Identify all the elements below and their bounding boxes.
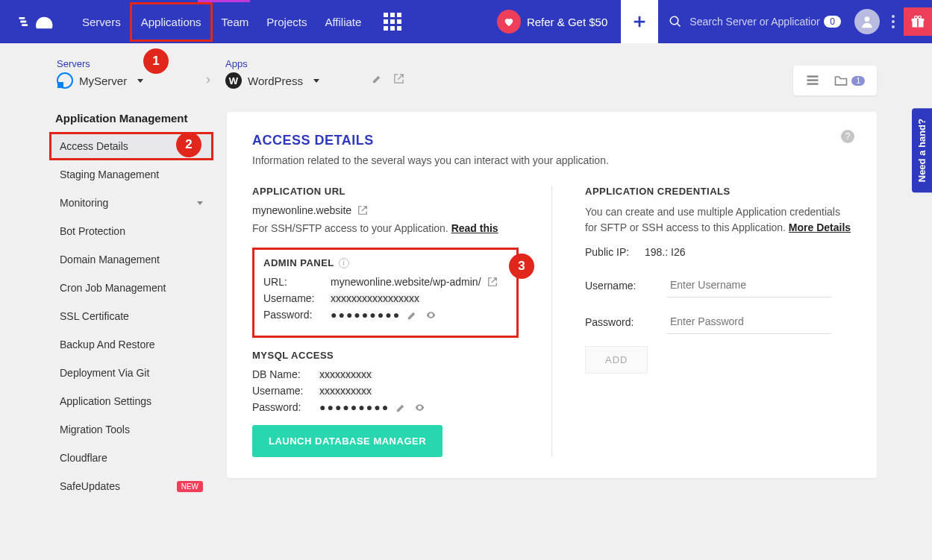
- refer-text: Refer & Get $50: [527, 16, 607, 28]
- add-button[interactable]: ADD: [585, 346, 648, 374]
- heart-icon: [497, 10, 521, 34]
- launch-db-button[interactable]: LAUNCH DATABASE MANAGER: [252, 425, 442, 457]
- callout-1: 1: [143, 48, 169, 74]
- folder-count: 1: [851, 76, 865, 86]
- sidebar-item-migration[interactable]: Migration Tools: [49, 415, 213, 444]
- public-ip: 198.: I26: [645, 246, 686, 258]
- external-link-icon[interactable]: [393, 73, 404, 84]
- svg-rect-7: [807, 79, 819, 81]
- sidebar-item-label: Monitoring: [60, 197, 108, 209]
- nav-servers[interactable]: Servers: [73, 2, 130, 42]
- mysql-title: MYSQL ACCESS: [252, 350, 519, 361]
- chevron-right-icon: ›: [206, 72, 210, 87]
- password-label: Password:: [252, 401, 319, 413]
- digitalocean-icon: [57, 72, 73, 89]
- mysql-username: xxxxxxxxxx: [319, 385, 372, 397]
- add-button[interactable]: [621, 0, 658, 43]
- top-nav: Servers Applications Team Projects Affil…: [0, 0, 932, 43]
- mysql-password: ●●●●●●●●●: [319, 401, 390, 413]
- nav-applications[interactable]: Applications: [130, 2, 213, 42]
- sidebar-item-backup[interactable]: Backup And Restore: [49, 330, 213, 359]
- folder-view[interactable]: 1: [834, 73, 865, 88]
- sidebar-item-domain[interactable]: Domain Management: [49, 245, 213, 274]
- left-column: APPLICATION URL mynewonline.website For …: [252, 186, 519, 457]
- edit-icon[interactable]: [395, 402, 407, 413]
- app-selector[interactable]: W WordPress: [225, 72, 360, 89]
- sidebar-item-label: Access Details: [60, 140, 128, 152]
- admin-panel-box: ADMIN PANELi URL:mynewonline.website/wp-…: [252, 248, 519, 338]
- more-details-link[interactable]: More Details: [789, 221, 851, 233]
- logo[interactable]: [15, 11, 58, 32]
- username-input[interactable]: [667, 273, 831, 298]
- gift-icon[interactable]: [904, 7, 932, 36]
- kebab-menu-icon[interactable]: [892, 15, 895, 28]
- svg-point-0: [865, 16, 870, 22]
- need-hand-tab[interactable]: Need a hand?: [912, 108, 932, 192]
- callout-2: 2: [176, 132, 201, 157]
- edit-icon[interactable]: [407, 309, 418, 321]
- sidebar-item-monitoring[interactable]: Monitoring: [49, 189, 213, 217]
- app-name: WordPress: [248, 75, 303, 87]
- server-selector[interactable]: MyServer: [57, 72, 191, 89]
- help-icon[interactable]: ?: [841, 130, 854, 143]
- servers-label[interactable]: Servers: [57, 58, 191, 69]
- admin-title-text: ADMIN PANEL: [263, 257, 334, 268]
- list-view-icon[interactable]: [805, 73, 820, 88]
- eye-icon[interactable]: [425, 309, 437, 321]
- nav-affiliate[interactable]: Affiliate: [316, 2, 370, 42]
- search-area: 0: [658, 0, 848, 43]
- edit-icon[interactable]: [372, 73, 383, 84]
- sidebar-item-staging[interactable]: Staging Management: [49, 160, 213, 189]
- username-label: Username:: [252, 385, 319, 397]
- search-input[interactable]: [689, 16, 820, 28]
- avatar[interactable]: [854, 9, 880, 34]
- sidebar-item-cloudflare[interactable]: Cloudflare: [49, 444, 213, 472]
- db-name-label: DB Name:: [252, 368, 319, 380]
- admin-url: mynewonline.website/wp-admin/: [331, 276, 481, 288]
- external-link-icon[interactable]: [487, 277, 498, 287]
- username-field-row: Username:: [585, 273, 851, 298]
- admin-password: ●●●●●●●●●: [331, 309, 401, 321]
- nav-links: Servers Applications Team Projects Affil…: [73, 2, 401, 42]
- admin-url-label: URL:: [263, 276, 331, 288]
- sidebar-item-cron[interactable]: Cron Job Management: [49, 274, 213, 302]
- refer-link[interactable]: Refer & Get $50: [484, 10, 621, 34]
- apps-label[interactable]: Apps: [225, 58, 360, 69]
- sidebar-item-safeupdates[interactable]: SafeUpdatesNEW: [49, 472, 213, 500]
- app-crumb: Apps W WordPress: [225, 58, 360, 89]
- search-count: 0: [824, 16, 841, 28]
- ssh-note-text: For SSH/SFTP access to your Application.: [252, 222, 451, 234]
- read-this-link[interactable]: Read this: [451, 222, 498, 234]
- app-url-row: mynewonline.website: [252, 204, 519, 216]
- svg-rect-8: [807, 83, 819, 85]
- password-label: Password:: [263, 309, 331, 321]
- sidebar-title: Application Management: [55, 112, 213, 125]
- sidebar-item-ssl[interactable]: SSL Certificate: [49, 302, 213, 330]
- sidebar-item-settings[interactable]: Application Settings: [49, 387, 213, 415]
- svg-point-4: [915, 16, 918, 19]
- external-link-icon[interactable]: [357, 205, 368, 215]
- eye-icon[interactable]: [414, 402, 425, 413]
- view-toggle: 1: [793, 66, 877, 95]
- divider: [551, 186, 552, 457]
- db-name: xxxxxxxxxx: [319, 368, 372, 380]
- sidebar-item-git[interactable]: Deployment Via Git: [49, 359, 213, 387]
- ssh-note: For SSH/SFTP access to your Application.…: [252, 222, 519, 234]
- chevron-down-icon: [137, 79, 143, 83]
- cred-note: You can create and use multiple Applicat…: [585, 204, 851, 236]
- workspace: Application Management Access Details 2 …: [0, 112, 932, 500]
- username-label: Username:: [585, 280, 667, 292]
- nav-team[interactable]: Team: [213, 2, 258, 42]
- accent-bar: [198, 0, 250, 2]
- chevron-down-icon: [197, 201, 203, 205]
- nav-projects[interactable]: Projects: [257, 2, 316, 42]
- panel-title: ACCESS DETAILS: [252, 133, 851, 148]
- password-input[interactable]: [667, 309, 831, 334]
- wordpress-icon: W: [225, 72, 242, 89]
- sidebar-item-bot[interactable]: Bot Protection: [49, 217, 213, 245]
- apps-grid-icon[interactable]: [384, 13, 401, 31]
- svg-point-5: [919, 16, 922, 19]
- info-icon[interactable]: i: [339, 258, 349, 268]
- svg-rect-6: [807, 75, 819, 78]
- app-url-title: APPLICATION URL: [252, 186, 519, 197]
